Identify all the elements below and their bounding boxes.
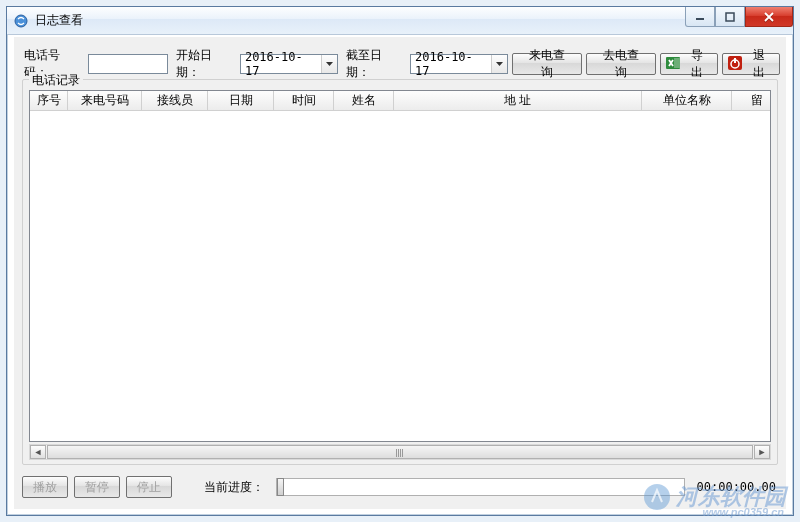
play-button[interactable]: 播放 bbox=[22, 476, 68, 498]
svg-rect-2 bbox=[726, 13, 734, 21]
scroll-right-icon[interactable]: ► bbox=[754, 445, 770, 459]
scroll-thumb[interactable] bbox=[47, 445, 753, 459]
phone-input[interactable] bbox=[88, 54, 168, 74]
svg-point-0 bbox=[15, 15, 27, 27]
col-note[interactable]: 留 bbox=[732, 91, 771, 110]
progress-label: 当前进度： bbox=[204, 479, 264, 496]
stop-button[interactable]: 停止 bbox=[126, 476, 172, 498]
time-display: 00:00:00.00 bbox=[697, 480, 776, 494]
svg-rect-4 bbox=[674, 58, 680, 68]
end-date-value: 2016-10-17 bbox=[411, 50, 491, 78]
grid-header: 序号 来电号码 接线员 日期 时间 姓名 地 址 单位名称 留 bbox=[30, 91, 770, 111]
dropdown-icon bbox=[491, 55, 507, 73]
dropdown-icon bbox=[321, 55, 337, 73]
export-button[interactable]: 导出 bbox=[660, 53, 718, 75]
end-date-label: 截至日期： bbox=[346, 47, 406, 81]
records-groupbox: 电话记录 序号 来电号码 接线员 日期 时间 姓名 地 址 单位名称 留 ◄ bbox=[22, 79, 778, 465]
excel-icon bbox=[665, 55, 681, 74]
col-seq[interactable]: 序号 bbox=[30, 91, 68, 110]
start-date-combo[interactable]: 2016-10-17 bbox=[240, 54, 338, 74]
playback-bar: 播放 暂停 停止 当前进度： 00:00:00.00 bbox=[22, 471, 778, 503]
client-area: 电话号码： 开始日期： 2016-10-17 截至日期： 2016-10-17 … bbox=[14, 37, 786, 509]
minimize-button[interactable] bbox=[685, 7, 715, 27]
col-date[interactable]: 日期 bbox=[208, 91, 274, 110]
col-time[interactable]: 时间 bbox=[274, 91, 334, 110]
scroll-left-icon[interactable]: ◄ bbox=[30, 445, 46, 459]
start-date-label: 开始日期： bbox=[176, 47, 236, 81]
svg-rect-1 bbox=[696, 18, 704, 20]
window-controls bbox=[685, 7, 793, 27]
titlebar: 日志查看 bbox=[7, 7, 793, 35]
exit-label: 退出 bbox=[747, 47, 771, 81]
incoming-query-button[interactable]: 来电查询 bbox=[512, 53, 582, 75]
col-address[interactable]: 地 址 bbox=[394, 91, 642, 110]
power-icon bbox=[727, 55, 743, 74]
records-grid: 序号 来电号码 接线员 日期 时间 姓名 地 址 单位名称 留 bbox=[29, 90, 771, 442]
slider-thumb[interactable] bbox=[277, 478, 284, 496]
col-caller[interactable]: 来电号码 bbox=[68, 91, 142, 110]
app-icon bbox=[13, 13, 29, 29]
outgoing-query-button[interactable]: 去电查询 bbox=[586, 53, 656, 75]
col-operator[interactable]: 接线员 bbox=[142, 91, 208, 110]
maximize-button[interactable] bbox=[715, 7, 745, 27]
start-date-value: 2016-10-17 bbox=[241, 50, 321, 78]
window-title: 日志查看 bbox=[35, 12, 83, 29]
grid-body bbox=[30, 111, 770, 441]
close-button[interactable] bbox=[745, 7, 793, 27]
window: 日志查看 电话号码： 开始日期： 2016-10-17 截至日期： 2016-1… bbox=[6, 6, 794, 516]
horizontal-scrollbar[interactable]: ◄ ► bbox=[29, 444, 771, 460]
col-name[interactable]: 姓名 bbox=[334, 91, 394, 110]
records-group-label: 电话记录 bbox=[29, 72, 83, 89]
pause-button[interactable]: 暂停 bbox=[74, 476, 120, 498]
col-company[interactable]: 单位名称 bbox=[642, 91, 732, 110]
exit-button[interactable]: 退出 bbox=[722, 53, 780, 75]
end-date-combo[interactable]: 2016-10-17 bbox=[410, 54, 508, 74]
export-label: 导出 bbox=[685, 47, 709, 81]
progress-slider[interactable] bbox=[276, 478, 685, 496]
svg-rect-7 bbox=[734, 58, 736, 63]
